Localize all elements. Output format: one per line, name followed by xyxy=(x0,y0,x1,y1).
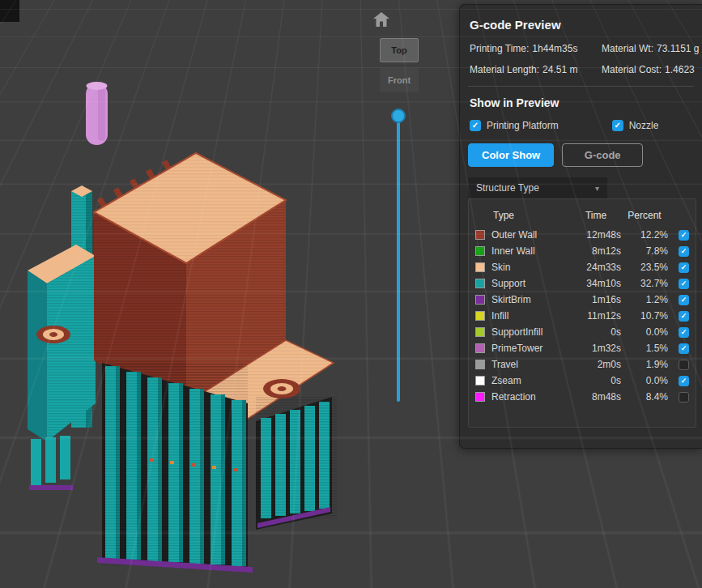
stat-material-cost: Material Cost:1.4623 xyxy=(602,64,700,75)
percent-value: 1.9% xyxy=(621,359,668,370)
model-right-supports xyxy=(256,397,337,530)
type-swatch xyxy=(475,279,485,288)
type-swatch xyxy=(475,246,485,256)
table-row: Zseam 0s 0.0% xyxy=(475,373,689,389)
type-swatch xyxy=(475,262,485,272)
row-checkbox[interactable] xyxy=(679,295,689,305)
time-value: 0s xyxy=(571,326,621,338)
type-swatch xyxy=(475,295,485,305)
table-row: Outer Wall 12m48s 12.2% xyxy=(475,227,689,243)
type-label: Inner Wall xyxy=(491,245,571,257)
home-icon[interactable] xyxy=(372,12,391,28)
percent-value: 8.4% xyxy=(621,391,668,403)
type-label: Zseam xyxy=(491,375,571,386)
structure-table-body: Outer Wall 12m48s 12.2% Inner Wall 8m12s… xyxy=(475,227,689,405)
type-swatch xyxy=(475,327,485,337)
table-row: PrimeTower 1m32s 1.5% xyxy=(475,340,689,356)
table-row: Retraction 8m48s 8.4% xyxy=(475,389,689,405)
nozzle-label: Nozzle xyxy=(629,120,659,131)
table-row: Inner Wall 8m12s 7.8% xyxy=(475,243,689,259)
percent-value: 1.5% xyxy=(621,343,668,354)
printing-platform-option[interactable]: Printing Platform xyxy=(470,120,559,131)
stats-grid: Printing Time:1h44m35s Material Wt:73.11… xyxy=(470,43,696,75)
layer-slider-handle[interactable] xyxy=(391,109,406,123)
time-value: 8m12s xyxy=(571,245,621,257)
divider xyxy=(468,86,694,87)
row-checkbox[interactable] xyxy=(679,311,689,322)
percent-value: 23.5% xyxy=(621,262,668,273)
nozzle-checkbox[interactable] xyxy=(612,120,623,131)
model-front-supports xyxy=(97,363,253,573)
type-label: Support xyxy=(491,278,571,289)
stat-material-length: Material Length:24.51 m xyxy=(470,64,602,75)
structure-type-value: Structure Type xyxy=(476,182,539,194)
row-checkbox[interactable] xyxy=(679,262,689,273)
row-checkbox[interactable] xyxy=(679,327,689,338)
type-swatch xyxy=(475,311,485,321)
type-label: SkirtBrim xyxy=(491,294,571,305)
percent-value: 10.7% xyxy=(621,310,668,322)
time-value: 11m12s xyxy=(571,310,621,322)
time-value: 34m10s xyxy=(571,278,621,289)
percent-value: 0.0% xyxy=(621,326,668,338)
color-show-button[interactable]: Color Show xyxy=(468,143,554,167)
layer-slider-track[interactable] xyxy=(397,121,400,402)
table-row: Skin 24m33s 23.5% xyxy=(475,259,689,275)
percent-value: 32.7% xyxy=(621,278,668,289)
model-left-block xyxy=(28,245,96,490)
panel-title: G-code Preview xyxy=(470,18,692,32)
structure-type-dropdown[interactable]: Structure Type ▾ xyxy=(468,177,607,198)
type-label: Retraction xyxy=(491,391,571,403)
preview-options: Printing Platform Nozzle xyxy=(470,120,692,131)
time-value: 24m33s xyxy=(571,262,621,273)
type-label: Infill xyxy=(491,310,571,322)
percent-value: 7.8% xyxy=(621,245,668,257)
mode-buttons: Color Show G-code xyxy=(468,143,692,167)
time-value: 8m48s xyxy=(571,391,621,403)
row-checkbox[interactable] xyxy=(679,279,689,289)
table-row: Infill 11m12s 10.7% xyxy=(475,308,689,324)
printing-platform-checkbox[interactable] xyxy=(470,120,481,131)
chevron-down-icon: ▾ xyxy=(595,184,599,193)
gcode-button[interactable]: G-code xyxy=(562,143,643,167)
view-buttons: Top Front xyxy=(380,38,419,92)
type-swatch xyxy=(475,392,485,402)
type-swatch xyxy=(475,360,485,369)
percent-value: 0.0% xyxy=(621,375,668,386)
row-checkbox[interactable] xyxy=(679,360,689,370)
show-in-preview-title: Show in Preview xyxy=(470,96,692,109)
table-header: Type Time Percent xyxy=(475,204,689,227)
time-value: 2m0s xyxy=(571,359,621,370)
type-label: Skin xyxy=(491,262,571,273)
time-value: 1m16s xyxy=(571,294,621,305)
type-label: Travel xyxy=(491,359,571,370)
model-prime-tower xyxy=(86,82,108,145)
structure-table: Type Time Percent Outer Wall 12m48s 12.2… xyxy=(468,198,696,428)
header-time: Time xyxy=(571,210,621,221)
header-type: Type xyxy=(493,210,571,221)
row-checkbox[interactable] xyxy=(679,392,689,403)
printing-platform-label: Printing Platform xyxy=(487,120,559,131)
type-label: SupportInfill xyxy=(491,326,571,338)
type-swatch xyxy=(475,376,485,386)
type-label: PrimeTower xyxy=(491,343,571,354)
row-checkbox[interactable] xyxy=(679,376,689,386)
type-swatch xyxy=(475,230,485,240)
table-row: Support 34m10s 32.7% xyxy=(475,275,689,292)
top-left-menu-button[interactable] xyxy=(0,0,19,22)
percent-value: 1.2% xyxy=(621,294,668,305)
nozzle-option[interactable]: Nozzle xyxy=(612,120,659,131)
type-swatch xyxy=(475,343,485,353)
view-button-front[interactable]: Front xyxy=(380,68,419,92)
view-button-top[interactable]: Top xyxy=(380,38,419,62)
time-value: 12m48s xyxy=(571,229,621,241)
row-checkbox[interactable] xyxy=(679,343,689,354)
row-checkbox[interactable] xyxy=(679,246,689,257)
table-row: SupportInfill 0s 0.0% xyxy=(475,324,689,340)
row-checkbox[interactable] xyxy=(679,230,689,241)
gcode-preview-panel: G-code Preview Printing Time:1h44m35s Ma… xyxy=(459,4,702,449)
stat-material-weight: Material Wt:73.1151 g xyxy=(602,43,700,54)
percent-value: 12.2% xyxy=(621,229,668,241)
header-percent: Percent xyxy=(621,210,668,221)
stat-printing-time: Printing Time:1h44m35s xyxy=(470,43,602,54)
